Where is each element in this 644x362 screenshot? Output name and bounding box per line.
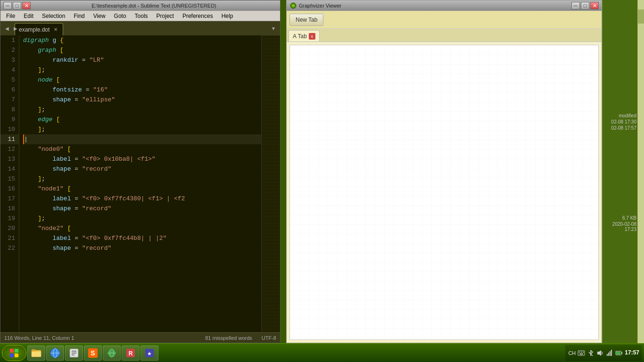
line-num-13: 13 <box>0 154 19 164</box>
graphvizer-tab-a[interactable]: A Tab x <box>289 30 320 41</box>
side-scroll-handle[interactable] <box>638 9 644 24</box>
taskbar-explorer[interactable] <box>27 346 45 361</box>
status-encoding: UTF-8 <box>262 335 276 341</box>
svg-rect-37 <box>621 352 622 354</box>
taskbar-files[interactable] <box>65 346 83 361</box>
taskbar-sublime[interactable]: S <box>84 346 102 361</box>
side-date3: 2020-02-08 17:23 <box>603 222 636 232</box>
line-num-10: 10 <box>0 124 19 134</box>
mini-map <box>261 35 280 332</box>
editor-tab-close[interactable]: ✕ <box>52 26 59 33</box>
graphvizer-close-btn[interactable]: ✕ <box>590 2 599 9</box>
line-num-22: 22 <box>0 243 19 253</box>
line-num-20: 20 <box>0 223 19 233</box>
graphvizer-title-bar: Graphvizer Viewer ─ □ ✕ <box>287 0 602 11</box>
svg-rect-8 <box>32 349 35 351</box>
svg-rect-28 <box>583 352 584 353</box>
menu-project[interactable]: Project <box>153 12 178 20</box>
taskbar-app2[interactable]: R <box>122 346 140 361</box>
graphvizer-tab-bar: A Tab x <box>287 29 602 42</box>
graphvizer-canvas <box>290 45 598 339</box>
line-num-21: 21 <box>0 233 19 243</box>
code-line-12: "node0" [ <box>23 144 261 154</box>
menu-file[interactable]: File <box>2 12 19 20</box>
code-line-22: shape = "record" <box>23 243 261 253</box>
mini-map-content <box>262 35 280 332</box>
editor-tab-example-dot[interactable]: example.dot ✕ <box>15 23 63 35</box>
taskbar-network[interactable] <box>103 346 121 361</box>
graphvizer-icon <box>289 2 297 9</box>
code-area[interactable]: digraph g { graph [ rankdir = "LR" ]; no… <box>19 35 261 332</box>
code-line-1: digraph g { <box>23 35 261 45</box>
graphvizer-minimize-btn[interactable]: ─ <box>571 2 580 9</box>
code-line-4: ]; <box>23 65 261 75</box>
menu-selection[interactable]: Selection <box>38 12 69 20</box>
code-line-6: fontsize = "16" <box>23 85 261 95</box>
code-line-13: label = "<f0> 0x10ba8| <f1>" <box>23 154 261 164</box>
line-num-15: 15 <box>0 174 19 184</box>
tab-nav-right[interactable]: ▶ <box>11 23 20 34</box>
graphvizer-tab-close[interactable]: x <box>309 33 315 40</box>
svg-rect-5 <box>15 354 18 357</box>
menu-preferences[interactable]: Preferences <box>179 12 217 20</box>
svg-rect-2 <box>10 349 14 353</box>
svg-text:R: R <box>129 350 133 357</box>
new-tab-button[interactable]: New Tab <box>289 14 323 26</box>
graphvizer-maximize-btn[interactable]: □ <box>581 2 589 9</box>
svg-point-1 <box>292 4 295 7</box>
code-line-7: shape = "ellipse" <box>23 95 261 105</box>
side-size: 6.7 KB <box>603 215 636 221</box>
line-num-2: 2 <box>0 45 19 55</box>
code-line-5: node [ <box>23 75 261 85</box>
svg-rect-7 <box>32 352 41 357</box>
graphvizer-toolbar: New Tab <box>287 11 602 29</box>
menu-help[interactable]: Help <box>218 12 237 20</box>
line-num-7: 7 <box>0 95 19 105</box>
status-misspelled: 81 misspelled words <box>205 335 252 341</box>
start-button[interactable] <box>2 345 26 361</box>
svg-marker-30 <box>597 350 601 356</box>
taskbar: S R ★ CH <box>0 343 644 362</box>
svg-rect-32 <box>608 353 609 356</box>
graphvizer-canvas-area <box>289 45 599 340</box>
menu-goto[interactable]: Goto <box>110 12 130 20</box>
tab-nav-left[interactable]: ◀ <box>2 23 12 34</box>
side-date1: 02-08 17:30 <box>603 119 636 124</box>
menu-find[interactable]: Find <box>70 12 88 20</box>
side-info-text: modified 02-08 17:30 02-08 17:57 6.7 KB … <box>603 113 636 233</box>
code-line-17: label = "<f0> 0xf7fc4380| <f1> | <f2 <box>23 194 261 204</box>
sublime-close-btn[interactable]: ✕ <box>22 2 31 9</box>
menu-view[interactable]: View <box>90 12 109 20</box>
code-line-8: ]; <box>23 105 261 115</box>
side-scrollbar[interactable] <box>637 0 644 343</box>
code-line-19: ]; <box>23 214 261 223</box>
side-date2: 02-08 17:57 <box>603 125 636 131</box>
line-num-12: 12 <box>0 144 19 154</box>
svg-rect-26 <box>579 352 580 353</box>
code-line-15: ]; <box>23 174 261 184</box>
line-num-6: 6 <box>0 85 19 95</box>
line-num-1: 1 <box>0 35 19 45</box>
code-line-3: rankdir = "LR" <box>23 55 261 65</box>
svg-rect-36 <box>616 352 620 354</box>
sublime-minimize-btn[interactable]: ─ <box>3 2 12 9</box>
tray-time-value: 17:57 <box>625 349 639 357</box>
code-line-21: label = "<f0> 0xf7fc44b8| | |2" <box>23 233 261 243</box>
line-num-17: 17 <box>0 194 19 204</box>
svg-rect-27 <box>581 352 582 353</box>
line-numbers: 1 2 3 4 5 6 7 8 9 10 11 12 13 14 15 16 1… <box>0 35 19 332</box>
sublime-maximize-btn[interactable]: □ <box>13 2 21 9</box>
tab-nav-dropdown[interactable]: ▼ <box>269 23 278 34</box>
network-icon <box>606 349 613 357</box>
keyboard-icon <box>578 349 585 357</box>
sublime-title-bar: ─ □ ✕ E:\test\example.dot - Sublime Text… <box>0 0 280 11</box>
taskbar-app3[interactable]: ★ <box>140 346 158 361</box>
side-modified: modified <box>603 113 636 118</box>
editor-area[interactable]: 1 2 3 4 5 6 7 8 9 10 11 12 13 14 15 16 1… <box>0 35 280 332</box>
menu-edit[interactable]: Edit <box>20 12 37 20</box>
volume-icon <box>596 349 604 357</box>
menu-tools[interactable]: Tools <box>131 12 152 20</box>
taskbar-browser[interactable] <box>46 346 64 361</box>
line-num-4: 4 <box>0 65 19 75</box>
svg-rect-34 <box>611 350 612 356</box>
